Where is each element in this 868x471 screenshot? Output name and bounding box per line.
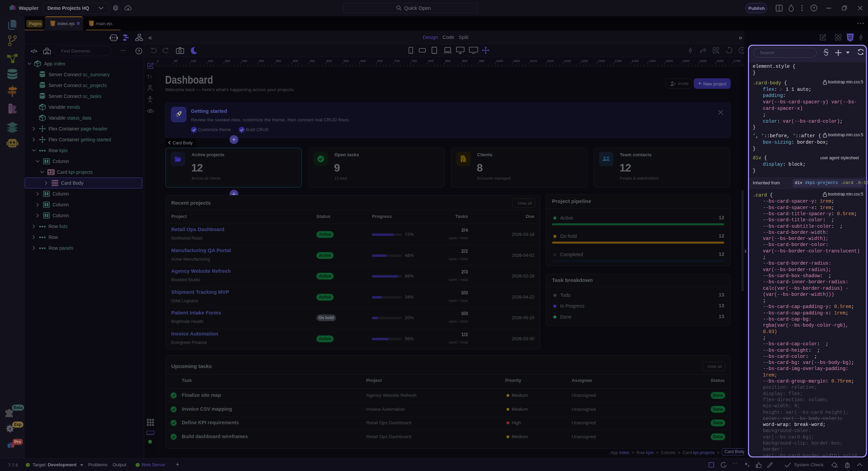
svg-text:?: ?: [813, 6, 815, 10]
svg-text:?: ?: [741, 48, 743, 53]
